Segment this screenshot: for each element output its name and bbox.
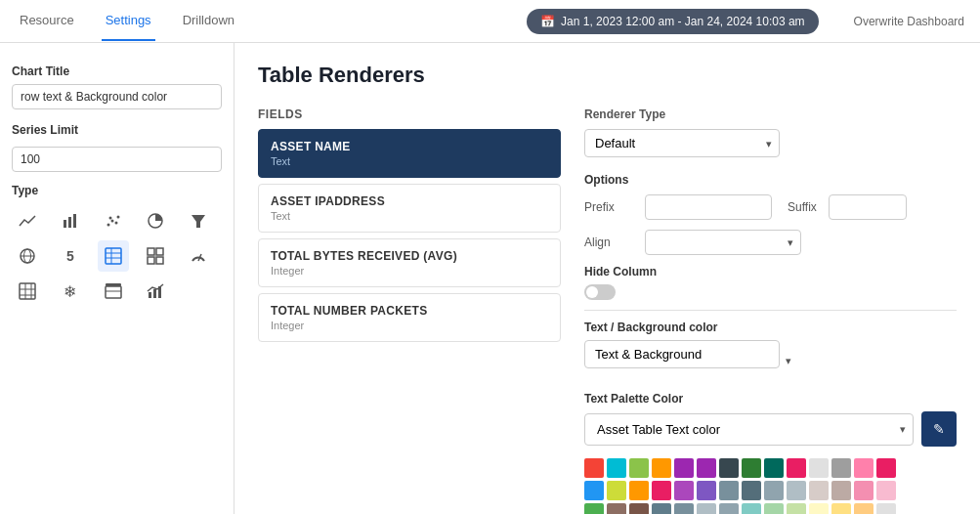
color-swatch[interactable] (742, 481, 761, 500)
text-bg-select[interactable]: Text & Background Text Only Background O… (584, 340, 780, 368)
options-label: Options (584, 173, 957, 187)
main-layout: Chart Title Series Limit Type (0, 43, 980, 514)
color-swatch[interactable] (876, 503, 896, 514)
scatter-chart-icon[interactable] (98, 205, 129, 236)
tab-resource[interactable]: Resource (16, 1, 78, 41)
color-swatch[interactable] (809, 458, 829, 478)
svg-point-3 (107, 224, 109, 227)
color-swatch[interactable] (876, 481, 896, 500)
color-swatch[interactable] (652, 503, 671, 514)
svg-rect-17 (148, 248, 154, 255)
color-swatch[interactable] (629, 481, 649, 500)
gauge-icon[interactable] (183, 240, 214, 272)
divider (584, 310, 957, 311)
color-swatch[interactable] (831, 503, 851, 514)
field-type-1: Text (271, 210, 548, 222)
pie-chart-icon[interactable] (140, 205, 171, 236)
align-row: Align Left Center Right (584, 230, 957, 255)
color-swatch[interactable] (719, 481, 739, 500)
color-swatch[interactable] (764, 458, 784, 478)
snowflake-icon[interactable]: ❄ (55, 276, 86, 307)
color-swatch[interactable] (652, 458, 671, 478)
color-swatch[interactable] (719, 503, 739, 514)
color-swatch[interactable] (697, 458, 716, 478)
chart-title-input[interactable] (12, 84, 222, 109)
color-swatch[interactable] (742, 503, 761, 514)
svg-marker-9 (192, 215, 205, 228)
color-swatch[interactable] (697, 503, 716, 514)
svg-point-4 (110, 220, 113, 223)
svg-rect-2 (73, 214, 76, 228)
color-swatch[interactable] (607, 481, 626, 500)
field-type-3: Integer (271, 320, 548, 331)
color-swatch[interactable] (629, 458, 649, 478)
chart-type-grid: 5 ❄ (12, 205, 222, 307)
chart-title-label: Chart Title (12, 64, 222, 78)
color-swatch[interactable] (854, 503, 873, 514)
globe-icon[interactable] (12, 240, 43, 272)
align-select[interactable]: Left Center Right (645, 230, 801, 255)
color-swatch[interactable] (719, 458, 739, 478)
color-swatch[interactable] (674, 503, 694, 514)
color-swatch[interactable] (584, 481, 604, 500)
color-swatch[interactable] (742, 458, 761, 478)
tab-drilldown[interactable]: Drilldown (179, 1, 238, 41)
renderer-type-select[interactable]: Default Color Bar Sparkline (584, 129, 780, 157)
bar-chart-icon[interactable] (55, 205, 86, 236)
color-swatch[interactable] (809, 503, 829, 514)
content-area: Table Renderers Fields ASSET NAME Text A… (234, 43, 980, 514)
number-icon[interactable]: 5 (55, 240, 86, 272)
svg-rect-30 (149, 292, 151, 298)
color-swatch[interactable] (854, 458, 873, 478)
color-swatch[interactable] (764, 481, 784, 500)
color-swatch[interactable] (697, 481, 716, 500)
renderer-panel: Renderer Type Default Color Bar Sparklin… (584, 107, 957, 514)
table2-icon[interactable] (98, 276, 129, 307)
matrix-icon[interactable] (140, 240, 171, 272)
color-swatch[interactable] (652, 481, 671, 500)
color-swatch[interactable] (831, 458, 851, 478)
color-swatch[interactable] (584, 458, 604, 478)
color-swatch[interactable] (629, 503, 649, 514)
color-swatch[interactable] (607, 503, 626, 514)
sidebar: Chart Title Series Limit Type (0, 43, 234, 514)
color-swatch[interactable] (674, 458, 694, 478)
field-item-asset-ip[interactable]: ASSET IPADDRESS Text (258, 184, 561, 233)
color-swatch[interactable] (787, 503, 806, 514)
color-swatch[interactable] (876, 458, 896, 478)
color-swatch[interactable] (764, 503, 784, 514)
table-icon[interactable] (98, 240, 129, 272)
suffix-input[interactable] (829, 194, 907, 220)
field-item-bytes[interactable]: Total Bytes Received (Avg) Integer (258, 238, 561, 287)
svg-point-6 (114, 222, 117, 225)
hide-column-label: Hide Column (584, 265, 957, 278)
hide-column-toggle[interactable] (584, 284, 616, 300)
line-chart-icon[interactable] (12, 205, 43, 236)
color-swatch[interactable] (674, 481, 694, 500)
color-swatch[interactable] (584, 503, 604, 514)
overwrite-link[interactable]: Overwrite Dashboard (854, 15, 964, 28)
grid-icon[interactable] (12, 276, 43, 307)
color-swatch[interactable] (607, 458, 626, 478)
type-label: Type (12, 184, 222, 197)
combo-icon[interactable] (140, 276, 171, 307)
color-swatch[interactable] (809, 481, 829, 500)
color-swatch[interactable] (787, 481, 806, 500)
palette-select[interactable]: Asset Table Text color (584, 413, 914, 446)
tab-settings[interactable]: Settings (102, 1, 155, 41)
color-swatch[interactable] (854, 481, 873, 500)
field-type-2: Integer (271, 265, 548, 277)
prefix-input[interactable] (645, 194, 772, 220)
funnel-icon[interactable] (183, 205, 214, 236)
field-item-packets[interactable]: Total Number Packets Integer (258, 293, 561, 342)
svg-point-7 (116, 216, 119, 219)
series-limit-input[interactable] (12, 147, 222, 172)
field-name-3: Total Number Packets (271, 304, 548, 318)
color-swatch[interactable] (787, 458, 806, 478)
palette-label: Text Palette Color (584, 392, 957, 406)
color-swatch[interactable] (831, 481, 851, 500)
pencil-icon: ✎ (933, 421, 945, 437)
field-item-asset-name[interactable]: ASSET NAME Text (258, 129, 561, 178)
toggle-thumb (586, 286, 598, 298)
edit-palette-button[interactable]: ✎ (921, 411, 957, 447)
